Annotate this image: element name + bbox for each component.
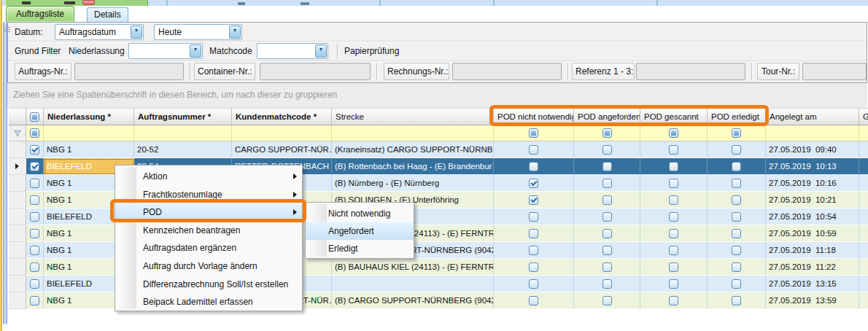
cell-geaendert[interactable] — [859, 209, 868, 225]
cell-pod_nicht_notwendig[interactable] — [494, 242, 574, 259]
menu-item-erledigt[interactable]: Erledigt — [306, 240, 414, 257]
cell-strecke[interactable]: (B) CARGO SUPPORT-NÜRNBERG (90429)… — [332, 292, 494, 309]
select-all-checkbox[interactable] — [30, 112, 39, 122]
menu-item-auftrag-durch-vorlage-andern[interactable]: Auftrag durch Vorlage ändern — [115, 257, 302, 276]
matchcode-dropdown[interactable] — [257, 43, 328, 59]
pod-checkbox-pod_nicht_notwendig[interactable] — [529, 162, 538, 171]
cell-geaendert[interactable] — [859, 192, 868, 209]
pod-checkbox-pod_angefordert[interactable] — [602, 279, 612, 289]
cell-pod_gescannt[interactable] — [640, 209, 708, 225]
cell-niederlassung[interactable]: NBG 1 — [44, 141, 134, 158]
cell-pod_erledigt[interactable] — [708, 209, 766, 225]
row-select-cell[interactable] — [26, 259, 44, 276]
row-checkbox[interactable] — [30, 212, 39, 222]
column-header-niederlassung[interactable]: Niederlassung * — [44, 108, 134, 125]
cell-pod_erledigt[interactable] — [708, 141, 766, 158]
row-checkbox[interactable] — [30, 296, 39, 305]
cell-angelegt_am[interactable]: 27.05.2019 11:18 — [766, 242, 859, 259]
cell-geaendert[interactable] — [859, 292, 868, 309]
pod-checkbox-pod_gescannt[interactable] — [669, 296, 678, 305]
cell-geaendert[interactable] — [859, 158, 868, 175]
cell-pod_erledigt[interactable] — [708, 292, 766, 309]
row-select-cell[interactable] — [26, 225, 44, 242]
column-header-geaendert[interactable]: Ge — [859, 108, 868, 125]
pod-checkbox-pod_erledigt[interactable] — [732, 195, 741, 205]
pod-checkbox-pod_erledigt[interactable] — [732, 246, 741, 255]
cell-pod_gescannt[interactable] — [640, 158, 708, 175]
cell-auftragsnummer[interactable]: 20-52 — [134, 141, 232, 158]
table-row[interactable]: NBG 120-52CARGO SUPPORT-NÜR…(Kraneinsatz… — [9, 141, 868, 158]
tab-details[interactable]: Details — [87, 7, 128, 22]
cell-angelegt_am[interactable]: 27.05.2019 10:13 — [766, 158, 859, 175]
cell-geaendert[interactable] — [859, 225, 868, 242]
cell-pod_angefordert[interactable] — [574, 276, 640, 292]
cell-pod_gescannt[interactable] — [640, 192, 708, 209]
filter-cell-niederlassung[interactable] — [44, 125, 134, 141]
pod-checkbox-pod_nicht_notwendig[interactable] — [529, 296, 538, 305]
pod-checkbox-pod_nicht_notwendig[interactable] — [529, 195, 538, 205]
cell-pod_angefordert[interactable] — [574, 209, 640, 225]
filter-cell-auftragsnummer[interactable] — [134, 125, 232, 141]
cell-pod_erledigt[interactable] — [708, 225, 766, 242]
row-checkbox[interactable] — [30, 262, 39, 272]
cell-geaendert[interactable] — [859, 141, 868, 158]
cell-angelegt_am[interactable]: 27.05.2019 09:40 — [766, 141, 859, 158]
search-input-referenz-1-3[interactable] — [636, 63, 745, 80]
pod-checkbox-pod_erledigt[interactable] — [732, 229, 741, 238]
pod-checkbox-pod_angefordert[interactable] — [602, 296, 612, 305]
column-header-select[interactable] — [26, 108, 44, 125]
pod-checkbox-pod_angefordert[interactable] — [602, 145, 612, 155]
toolbar-grip[interactable] — [4, 27, 10, 28]
dropdown-arrow-icon[interactable] — [315, 44, 327, 58]
pod-checkbox-pod_angefordert[interactable] — [602, 229, 612, 238]
pod-checkbox-pod_nicht_notwendig[interactable] — [529, 262, 538, 272]
pod-checkbox-pod_gescannt[interactable] — [669, 212, 678, 222]
cell-pod_erledigt[interactable] — [708, 158, 766, 175]
search-input-container-nr[interactable] — [260, 63, 371, 80]
cell-kundenmatchcode[interactable]: CARGO SUPPORT-NÜR… — [232, 141, 332, 158]
pod-checkbox-pod_angefordert[interactable] — [602, 179, 612, 188]
pod-checkbox-pod_gescannt[interactable] — [669, 229, 678, 238]
cell-pod_gescannt[interactable] — [640, 276, 708, 292]
cell-strecke[interactable] — [332, 276, 494, 292]
menu-item-aktion[interactable]: Aktion — [115, 168, 302, 186]
cell-pod_erledigt[interactable] — [708, 276, 766, 292]
menu-item-kennzeichen-beantragen[interactable]: Kennzeichen beantragen — [115, 222, 302, 240]
cell-pod_angefordert[interactable] — [574, 242, 640, 259]
cell-angelegt_am[interactable]: 27.05.2019 10:16 — [766, 175, 859, 192]
cell-strecke[interactable]: (B) Nürnberg - (E) Nürnberg — [332, 175, 494, 192]
row-checkbox[interactable] — [30, 162, 39, 171]
pod-checkbox-pod_gescannt[interactable] — [669, 145, 678, 155]
cell-geaendert[interactable] — [859, 259, 868, 276]
pod-checkbox-pod_angefordert[interactable] — [602, 246, 612, 255]
pod-checkbox-pod_nicht_notwendig[interactable] — [529, 279, 538, 289]
pod-checkbox-pod_gescannt[interactable] — [669, 246, 678, 255]
pod-checkbox-pod_erledigt[interactable] — [732, 162, 741, 171]
cell-strecke[interactable]: (Kraneinsatz) CARGO SUPPORT-NÜRNBE… — [332, 141, 494, 158]
row-checkbox[interactable] — [30, 279, 39, 289]
filter-cell-pod_angefordert[interactable] — [574, 125, 640, 141]
cell-pod_nicht_notwendig[interactable] — [494, 259, 574, 276]
pod-checkbox-pod_angefordert[interactable] — [602, 195, 612, 205]
filter-checkbox-pod_erledigt[interactable] — [732, 128, 741, 138]
menu-item-nicht-notwendig[interactable]: Nicht notwendig — [306, 205, 414, 222]
row-select-cell[interactable] — [26, 292, 44, 309]
menu-item-beipack-lademittel-erfassen[interactable]: Beipack Lademittel erfassen — [115, 293, 302, 311]
cell-angelegt_am[interactable]: 27.05.2019 13:15 — [766, 276, 859, 292]
cell-pod_gescannt[interactable] — [640, 259, 708, 276]
filter-checkbox-pod_nicht_notwendig[interactable] — [529, 128, 538, 138]
menu-item-differenzabrechnung-soll-ist-erstellen[interactable]: Differenzabrechnung Soll/Ist erstellen — [115, 276, 302, 294]
column-header-kundenmatchcode[interactable]: Kundenmatchcode * — [232, 108, 332, 125]
cell-angelegt_am[interactable]: 27.05.2019 10:54 — [766, 209, 859, 225]
close-tab-button-fragment[interactable] — [82, 0, 95, 5]
row-select-cell[interactable] — [26, 276, 44, 292]
menu-item-auftragsdaten-erganzen[interactable]: Auftragsdaten ergänzen — [115, 239, 302, 257]
search-input-tour-nr[interactable] — [802, 63, 867, 80]
row-checkbox[interactable] — [30, 145, 39, 155]
filter-cell-pod_erledigt[interactable] — [708, 125, 766, 141]
cell-pod_nicht_notwendig[interactable] — [494, 292, 574, 309]
cell-pod_angefordert[interactable] — [574, 192, 640, 209]
cell-pod_nicht_notwendig[interactable] — [494, 192, 574, 209]
cell-pod_angefordert[interactable] — [574, 158, 640, 175]
filter-cell-kundenmatchcode[interactable] — [232, 125, 332, 141]
